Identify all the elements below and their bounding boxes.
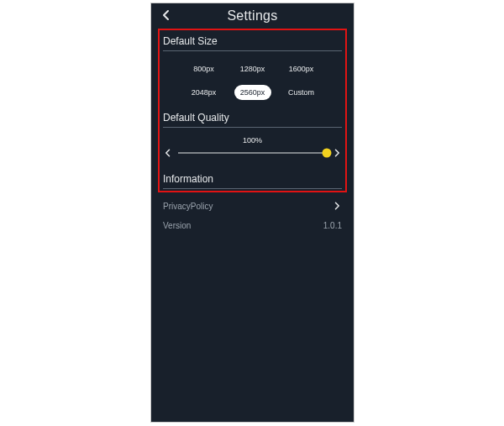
default-quality-section: Default Quality 100% <box>151 108 354 166</box>
quality-value: 100% <box>163 134 342 148</box>
divider <box>163 188 342 189</box>
divider <box>163 127 342 128</box>
settings-screen: Settings Default Size 800px 1280px 1600p… <box>150 3 354 423</box>
default-quality-title: Default Quality <box>163 112 342 125</box>
version-value: 1.0.1 <box>323 221 342 230</box>
size-option[interactable]: 800px <box>186 61 223 76</box>
size-option-selected[interactable]: 2560px <box>234 85 271 100</box>
version-row: Version 1.0.1 <box>163 216 342 235</box>
page-title: Settings <box>151 3 354 29</box>
size-options: 800px 1280px 1600px 2048px 2560px Custom <box>163 58 342 108</box>
slider-track-line <box>178 153 327 154</box>
header: Settings <box>151 3 354 29</box>
quality-slider[interactable] <box>178 148 327 158</box>
chevron-left-icon <box>160 8 173 22</box>
privacy-policy-label: PrivacyPolicy <box>163 202 213 211</box>
privacy-policy-row[interactable]: PrivacyPolicy <box>163 196 342 216</box>
version-label: Version <box>163 221 191 230</box>
size-option[interactable]: Custom <box>283 85 320 100</box>
divider <box>163 50 342 51</box>
quality-decrease-button[interactable] <box>163 148 173 158</box>
default-size-title: Default Size <box>163 35 342 49</box>
chevron-left-icon <box>163 148 173 158</box>
quality-slider-row <box>163 148 342 166</box>
slider-thumb[interactable] <box>323 149 332 158</box>
quality-increase-button[interactable] <box>332 148 342 158</box>
back-button[interactable] <box>160 8 173 22</box>
size-option[interactable]: 2048px <box>186 85 223 100</box>
information-title: Information <box>163 173 342 187</box>
size-option[interactable]: 1600px <box>283 61 320 76</box>
information-section: Information PrivacyPolicy Version 1.0.1 <box>151 166 354 235</box>
size-option[interactable]: 1280px <box>234 61 271 76</box>
default-size-section: Default Size 800px 1280px 1600px 2048px … <box>151 29 354 108</box>
chevron-right-icon <box>332 201 342 211</box>
chevron-right-icon <box>332 148 342 158</box>
